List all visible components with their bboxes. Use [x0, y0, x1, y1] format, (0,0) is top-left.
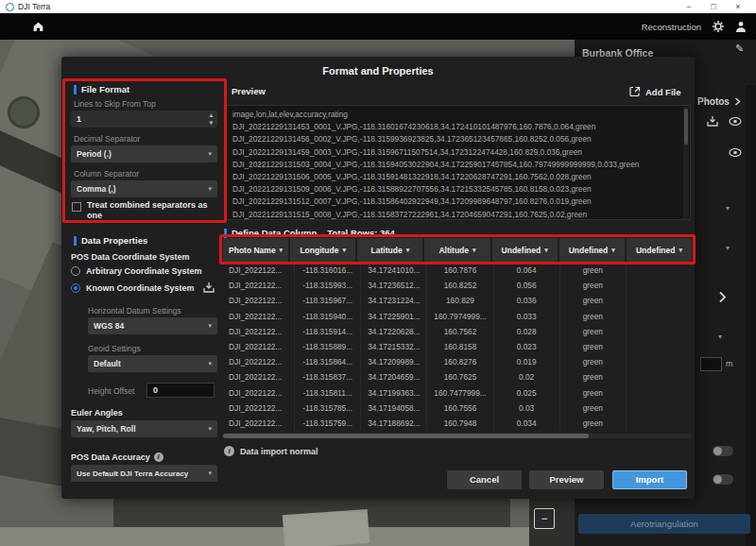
- import-button[interactable]: Import: [612, 470, 687, 489]
- euler-angles-label: Euler Angles: [71, 408, 123, 418]
- table-horizontal-scrollbar[interactable]: [223, 434, 692, 438]
- visibility-eye-icon[interactable]: [729, 148, 742, 157]
- section-accent-bar: [224, 229, 227, 238]
- lines-to-skip-input[interactable]: 1 ▴▾: [71, 111, 217, 128]
- file-format-section-title: File Format: [74, 84, 129, 94]
- caret-down-icon: ▾: [544, 247, 548, 254]
- preview-line: DJI_20221229131512_0007_V.JPG,-118.31586…: [232, 196, 682, 208]
- table-row: DJI_2022122...-118.315993...34.17236512.…: [223, 278, 692, 293]
- dropdown-caret-icon[interactable]: ▾: [718, 333, 722, 341]
- dropdown-caret-icon[interactable]: ▾: [726, 244, 730, 252]
- table-row: DJI_2022122...-118.315811...34.17199363.…: [223, 385, 692, 401]
- table-cell: DJI_2022122...: [223, 339, 295, 354]
- height-offset-label: Height Offset: [88, 386, 134, 396]
- table-row: DJI_2022122...-118.316016...34.17241010.…: [223, 263, 692, 278]
- preview-scrollbar[interactable]: [683, 107, 689, 220]
- table-cell: DJI_2022122...: [223, 324, 295, 339]
- table-row: DJI_2022122...-118.315785...34.17194058.…: [223, 401, 692, 416]
- table-cell: -118.315914...: [295, 324, 361, 339]
- maximize-button[interactable]: □: [701, 0, 726, 13]
- preview-line: image,lon,lat,elev,accuracy,rating: [232, 109, 682, 121]
- table-cell: DJI_2022122...: [223, 278, 295, 293]
- table-cell: 160.7556: [427, 401, 493, 416]
- radio-unselected-icon: [71, 266, 80, 276]
- table-cell: 0.019: [494, 354, 560, 369]
- table-cell: [627, 339, 692, 354]
- caret-down-icon: ▾: [280, 247, 284, 254]
- status-row: i Data import normal: [224, 446, 318, 456]
- decimal-separator-dropdown[interactable]: Period (.) ▾: [71, 145, 217, 162]
- table-cell: [627, 263, 692, 278]
- table-cell: [627, 293, 692, 308]
- add-file-button[interactable]: Add File: [629, 86, 680, 97]
- table-cell: -118.315837...: [295, 369, 361, 384]
- toggle-switch[interactable]: [713, 446, 733, 456]
- csv-preview-box[interactable]: image,lon,lat,elev,accuracy,ratingDJI_20…: [224, 105, 691, 220]
- table-row: DJI_2022122...-118.315837...34.17204659.…: [223, 369, 692, 384]
- photos-section-toggle[interactable]: Photos: [697, 96, 741, 107]
- edit-project-icon[interactable]: ✎: [735, 43, 744, 55]
- preview-line: DJI_20221229131509_0006_V.JPG,-118.31588…: [232, 183, 682, 196]
- column-header-label: Latitude: [371, 246, 403, 255]
- expand-chevron-icon[interactable]: [718, 291, 727, 303]
- column-separator-label: Column Separator: [74, 169, 139, 179]
- horizontal-datum-dropdown[interactable]: WGS 84 ▾: [88, 317, 217, 334]
- column-header-dropdown[interactable]: Longitude▾: [290, 238, 355, 262]
- euler-angles-dropdown[interactable]: Yaw, Pitch, Roll ▾: [71, 420, 217, 437]
- table-row: DJI_2022122...-118.315914...34.17220628.…: [223, 324, 692, 339]
- preview-scrollbar-thumb[interactable]: [684, 109, 688, 145]
- height-offset-input[interactable]: 0: [146, 383, 215, 398]
- table-cell: [627, 324, 692, 339]
- column-header-dropdown[interactable]: Latitude▾: [357, 238, 422, 262]
- minimize-button[interactable]: −: [677, 0, 701, 13]
- column-header-dropdown[interactable]: Photo Name▾: [223, 238, 288, 262]
- column-header-dropdown[interactable]: Undefined▾: [627, 238, 692, 262]
- toggle-switch[interactable]: [713, 474, 733, 485]
- table-scrollbar-thumb[interactable]: [223, 434, 589, 438]
- known-coordinate-radio[interactable]: Known Coordinate System: [71, 283, 195, 293]
- map-building-block: [283, 509, 369, 546]
- cancel-button[interactable]: Cancel: [447, 470, 522, 489]
- caret-down-icon: ▾: [208, 469, 212, 477]
- import-coordinate-icon[interactable]: [203, 282, 215, 293]
- table-cell: green: [560, 278, 627, 293]
- table-cell: 34.17225901...: [361, 309, 427, 324]
- column-header-dropdown[interactable]: Undefined▾: [492, 238, 558, 262]
- close-button[interactable]: ×: [726, 0, 750, 13]
- caret-down-icon: ▾: [611, 247, 615, 254]
- table-cell: green: [560, 293, 627, 308]
- table-cell: green: [560, 263, 627, 278]
- settings-gear-icon[interactable]: [713, 21, 724, 32]
- table-cell: DJI_2022122...: [223, 263, 295, 278]
- aerotriangulation-button[interactable]: Aerotriangulation: [578, 514, 750, 534]
- table-cell: 34.17236512...: [361, 278, 427, 293]
- home-icon[interactable]: [32, 21, 44, 32]
- column-header-dropdown[interactable]: Altitude▾: [424, 238, 490, 262]
- column-header-label: Altitude: [438, 246, 469, 255]
- column-header-dropdown[interactable]: Undefined▾: [559, 238, 625, 262]
- visibility-eye-icon[interactable]: [729, 117, 742, 126]
- table-cell: 34.17220628...: [361, 324, 427, 339]
- spinner-arrows-icon[interactable]: ▴▾: [210, 111, 213, 127]
- app-window: DJI Terra − □ × Reconstruction −: [0, 0, 756, 546]
- user-account-icon[interactable]: [735, 21, 747, 32]
- dropdown-caret-icon[interactable]: ▾: [726, 204, 730, 213]
- total-rows-label: Total Rows: 364: [327, 228, 395, 238]
- pos-accuracy-dropdown[interactable]: Use Default DJI Terra Accuracy ▾: [71, 465, 217, 482]
- import-photos-icon[interactable]: [707, 115, 718, 127]
- decimal-separator-label: Decimal Separator: [74, 134, 140, 144]
- preview-button[interactable]: Preview: [529, 470, 604, 489]
- table-cell: 0.034: [494, 416, 560, 431]
- table-cell: [627, 416, 692, 431]
- table-cell: green: [560, 369, 627, 384]
- caret-down-icon: ▾: [679, 247, 682, 254]
- table-row: DJI_2022122...-118.315940...34.17225901.…: [223, 309, 692, 324]
- column-separator-dropdown[interactable]: Comma (,) ▾: [71, 180, 217, 197]
- geoid-settings-dropdown[interactable]: Default ▾: [88, 355, 217, 372]
- arbitrary-coordinate-radio[interactable]: Arbitrary Coordinate System: [71, 266, 202, 276]
- table-cell: 34.17215332...: [361, 339, 427, 354]
- height-value-input[interactable]: [700, 357, 722, 371]
- combined-separators-checkbox[interactable]: [72, 202, 81, 212]
- table-cell: 0.036: [494, 293, 560, 308]
- map-zoom-out-button[interactable]: −: [534, 508, 555, 529]
